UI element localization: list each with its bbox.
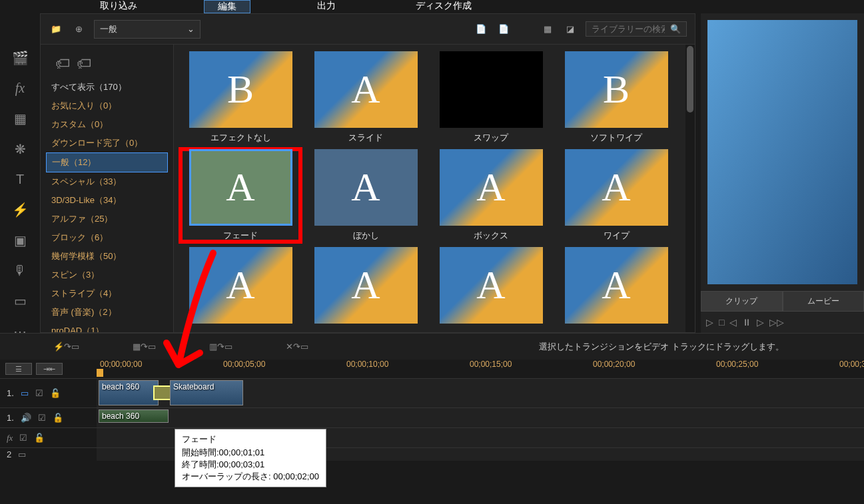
preview-canvas (707, 20, 857, 284)
fast-forward-icon[interactable]: ▷▷ (769, 317, 784, 328)
transition-thumb[interactable]: A (556, 247, 676, 328)
tool-group1[interactable]: ⚡↷▭ (53, 342, 79, 352)
library-scrollbar[interactable] (685, 45, 695, 332)
track-head: fx ☑ 🔓 (0, 433, 97, 443)
cat-alpha[interactable]: アルファ（25） (46, 210, 168, 228)
new-folder-icon[interactable]: 📄 (474, 22, 488, 37)
timeline: ☰ ⇥⇤ 00;00;00;00 00;00;05;00 00;00;10;00… (0, 360, 864, 461)
transition-thumb[interactable]: スワップ (431, 51, 551, 144)
tab-capture[interactable]: 取り込み (87, 0, 151, 12)
cat-favorites[interactable]: お気に入り（0） (46, 97, 168, 115)
transition-thumb[interactable]: Bソフトワイプ (556, 51, 676, 144)
cat-geometric[interactable]: 幾何学模様（50） (46, 247, 168, 266)
next-frame-icon[interactable]: ▷ (757, 317, 764, 328)
transition-thumb[interactable]: Aぼかし (306, 149, 426, 242)
track-visible-icon[interactable]: ☑ (38, 413, 46, 423)
track-lock-icon[interactable]: 🔓 (53, 413, 63, 423)
new-folder2-icon[interactable]: 📄 (496, 22, 511, 37)
tool-group2[interactable]: ▦↷▭ (133, 342, 156, 352)
search-icon[interactable]: 🔍 (670, 24, 681, 34)
transition-room-icon[interactable]: ⚡ (12, 202, 28, 218)
import-icon[interactable]: 📁 (49, 22, 63, 37)
track-head: 1. 🔊 ☑ 🔓 (0, 413, 97, 423)
room-rail: 🎬 fx ▦ ❋ T ⚡ ▣ 🎙 ▭ ⋯ (0, 13, 40, 333)
tool-group3[interactable]: ▥↷▭ (209, 342, 232, 352)
fx-room-icon[interactable]: fx (12, 81, 28, 96)
video-clip[interactable]: beach 360 (99, 380, 159, 405)
cat-special[interactable]: スペシャル（33） (46, 172, 168, 191)
particle-room-icon[interactable]: ❋ (12, 141, 28, 157)
tag-remove-icon[interactable]: 🏷 (77, 55, 91, 73)
transition-thumb[interactable]: Aボックス (431, 149, 551, 242)
transition-thumb-fade[interactable]: Aフェード (181, 149, 300, 242)
cat-stripe[interactable]: ストライプ（4） (46, 284, 168, 303)
transition-thumb[interactable]: A (181, 247, 300, 328)
track-lock-icon[interactable]: 🔓 (50, 388, 61, 398)
video-track-1: 1. ▭ ☑ 🔓 beach 360 Skateboard (0, 378, 864, 407)
cat-downloaded[interactable]: ダウンロード完了（0） (46, 134, 168, 152)
audio-clip[interactable]: beach 360 (99, 409, 169, 423)
transition-thumb[interactable]: Aスライド (306, 51, 426, 144)
preview-tab-clip[interactable]: クリップ (701, 291, 783, 312)
chevron-down-icon: ⌄ (187, 24, 195, 34)
stop-icon[interactable]: □ (719, 317, 724, 328)
video-icon[interactable]: ▭ (21, 388, 29, 398)
step-icon[interactable]: ⏸ (742, 317, 751, 328)
preview-panel: クリップ ムービー ▷ □ ◁ ⏸ ▷ ▷▷ (701, 13, 864, 333)
tag-add-icon[interactable]: 🏷 (55, 55, 70, 73)
timeline-ruler[interactable]: 00;00;00;00 00;00;05;00 00;00;10;00 00;0… (97, 360, 864, 378)
search-input[interactable] (592, 24, 665, 34)
grid-view-icon[interactable]: ▦ (540, 22, 555, 37)
chapter-room-icon[interactable]: ▭ (12, 293, 28, 309)
transition-tooltip: フェード 開始時間:00;00;01;01 終了時間:00;00;03;01 オ… (175, 429, 326, 487)
track-body[interactable]: beach 360 Skateboard (97, 379, 864, 407)
cat-audio[interactable]: 音声 (音楽)（2） (46, 303, 168, 322)
cat-3d[interactable]: 3D/3D-Like（34） (46, 191, 168, 210)
prev-frame-icon[interactable]: ◁ (729, 317, 737, 328)
library-panel: 📁 ⊕ 一般 ⌄ 📄 📄 ▦ ◪ 🔍 🏷 🏷 すべて (40, 13, 695, 333)
playback-controls: ▷ □ ◁ ⏸ ▷ ▷▷ (701, 312, 864, 333)
tab-output[interactable]: 出力 (304, 0, 349, 12)
dropdown-value: 一般 (100, 23, 117, 35)
category-dropdown[interactable]: 一般 ⌄ (94, 20, 201, 39)
tl-snap-btn[interactable]: ⇥⇤ (36, 363, 63, 375)
video-icon[interactable]: ▭ (18, 449, 26, 459)
voice-room-icon[interactable]: 🎙 (12, 263, 28, 278)
subtitle-room-icon[interactable]: ⋯ (12, 324, 28, 340)
video-clip[interactable]: Skateboard (170, 380, 243, 405)
video-track-2: 2 ▭ (0, 447, 864, 461)
transition-thumb[interactable]: Bエフェクトなし (181, 51, 300, 144)
track-head: 2 ▭ (0, 449, 97, 459)
track-lock-icon[interactable]: 🔓 (34, 433, 45, 443)
timeline-toolbar: ⚡↷▭ ▦↷▭ ▥↷▭ ✕↷▭ 選択したトランジションをビデオ トラックにドラッ… (0, 333, 864, 360)
audio-icon[interactable]: 🔊 (21, 413, 31, 423)
cat-block[interactable]: ブロック（6） (46, 228, 168, 247)
track-body[interactable]: beach 360 (97, 408, 864, 427)
cat-spin[interactable]: スピン（3） (46, 266, 168, 284)
title-room-icon[interactable]: T (12, 172, 28, 187)
transition-thumb[interactable]: Aワイプ (556, 149, 676, 242)
cat-prodad[interactable]: proDAD（1） (46, 322, 168, 332)
timeline-head-controls: ☰ ⇥⇤ (0, 363, 97, 375)
cat-general[interactable]: 一般（12） (46, 152, 168, 172)
tab-edit[interactable]: 編集 (204, 0, 250, 13)
cat-show-all[interactable]: すべて表示（170） (46, 78, 168, 97)
track-visible-icon[interactable]: ☑ (19, 433, 27, 443)
playhead[interactable] (97, 369, 103, 377)
tl-view-btn[interactable]: ☰ (5, 363, 32, 375)
transition-thumb[interactable]: A (431, 247, 551, 328)
drag-hint: 選択したトランジションをビデオ トラックにドラッグします。 (539, 341, 784, 353)
tab-disc[interactable]: ディスク作成 (402, 0, 485, 12)
download-icon[interactable]: ⊕ (71, 22, 86, 37)
audio-room-icon[interactable]: ▣ (12, 232, 28, 248)
media-room-icon[interactable]: 🎬 (12, 50, 28, 66)
tool-group4[interactable]: ✕↷▭ (286, 342, 308, 352)
transition-thumb[interactable]: A (306, 247, 426, 328)
track-visible-icon[interactable]: ☑ (35, 388, 43, 398)
play-icon[interactable]: ▷ (706, 317, 713, 328)
cat-custom[interactable]: カスタム（0） (46, 115, 168, 134)
preview-tab-movie[interactable]: ムービー (783, 291, 865, 312)
detail-view-icon[interactable]: ◪ (563, 22, 578, 37)
audio-track-1: 1. 🔊 ☑ 🔓 beach 360 (0, 407, 864, 427)
pip-room-icon[interactable]: ▦ (12, 111, 28, 126)
